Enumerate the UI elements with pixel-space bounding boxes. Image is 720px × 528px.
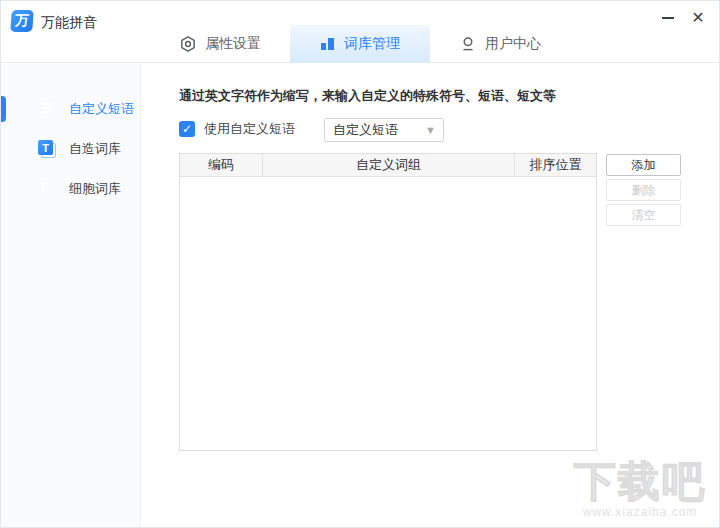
delete-button[interactable]: 删除 [606,179,681,201]
chevron-down-icon: ▼ [425,124,436,136]
phrase-type-dropdown[interactable]: 自定义短语 ▼ [324,118,444,142]
app-window: 万 万能拼音 ✕ 属性设置 [0,0,720,528]
dropdown-value: 自定义短语 [333,121,398,139]
title-bar: 万 万能拼音 ✕ 属性设置 [1,1,719,63]
use-custom-phrases-row: ✓ 使用自定义短语 [179,120,295,138]
add-button[interactable]: 添加 [606,154,681,176]
letter-t-icon: T [37,140,57,158]
user-icon [459,35,477,53]
tab-bar: 属性设置 词库管理 用户中心 [1,25,719,63]
column-header-code: 编码 [180,154,262,176]
sidebar-item-self-made-dictionary[interactable]: T 自造词库 [1,136,141,162]
phrases-table: 编码 自定义词组 排序位置 [179,153,597,451]
table-body-empty[interactable] [180,177,596,450]
use-custom-phrases-checkbox[interactable]: ✓ [179,121,195,137]
clear-button[interactable]: 清空 [606,204,681,226]
sidebar-item-custom-phrases[interactable]: 自定义短语 [1,96,141,122]
tab-user-center[interactable]: 用户中心 [430,25,570,63]
checkbox-label: 使用自定义短语 [204,120,295,138]
watermark-url: www.xiazaiba.com [565,505,715,519]
column-header-phrase: 自定义词组 [262,154,514,176]
sidebar-item-label: 自定义短语 [69,100,134,118]
tab-label: 词库管理 [344,35,400,53]
tab-dictionary-management[interactable]: 词库管理 [290,25,430,63]
bar-chart-icon [320,36,336,52]
tab-label: 属性设置 [205,35,261,53]
watermark-text: 下载吧 [565,461,715,503]
main-panel: 通过英文字符作为缩写，来输入自定义的特殊符号、短语、短文等 ✓ 使用自定义短语 … [142,64,719,527]
sidebar-item-label: 细胞词库 [69,180,121,198]
list-icon [37,100,57,118]
tab-property-settings[interactable]: 属性设置 [150,25,290,63]
description-text: 通过英文字符作为缩写，来输入自定义的特殊符号、短语、短文等 [179,87,556,105]
letter-tx-icon: T x [37,180,57,198]
sidebar-item-label: 自造词库 [69,140,121,158]
selected-indicator [1,96,6,122]
minimize-icon [662,17,674,19]
sidebar: 自定义短语 T 自造词库 T x 细胞词库 [1,64,141,527]
sidebar-item-cell-dictionary[interactable]: T x 细胞词库 [1,176,141,202]
tab-label: 用户中心 [485,35,541,53]
watermark: 下载吧 www.xiazaiba.com [565,461,715,519]
column-header-order: 排序位置 [514,154,596,176]
gear-icon [179,35,197,53]
table-header-row: 编码 自定义词组 排序位置 [180,154,596,177]
